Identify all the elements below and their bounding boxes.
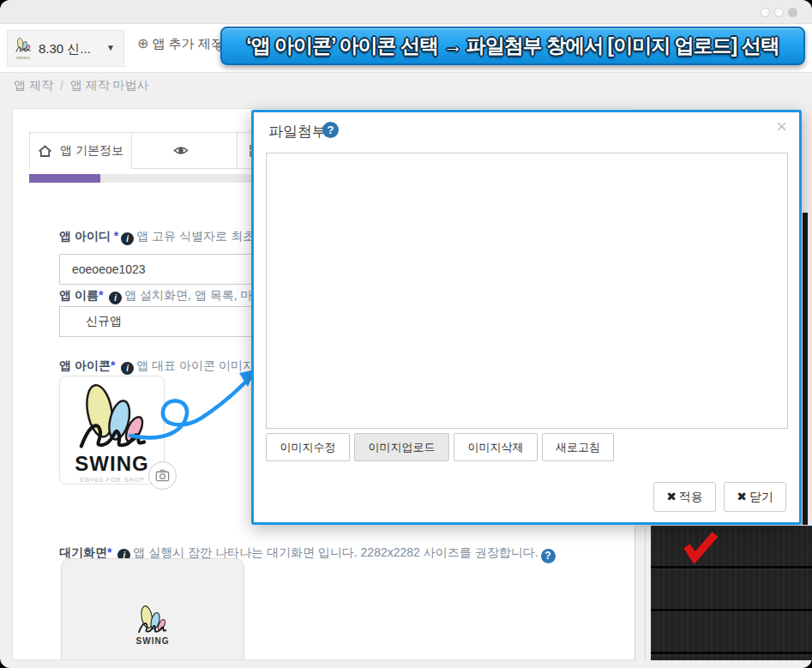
wizard-progress-fill <box>29 174 100 183</box>
breadcrumb-section[interactable]: 앱 제작 <box>14 78 53 93</box>
apply-label: 적용 <box>679 490 703 503</box>
required-asterisk: * <box>99 288 103 302</box>
tab-design-theme[interactable] <box>132 132 238 169</box>
plus-circle-icon: ⊕ <box>137 36 148 51</box>
info-icon: i <box>109 292 122 304</box>
help-icon[interactable]: ? <box>322 122 339 138</box>
camera-icon <box>155 469 170 482</box>
app-id-label: 앱 아이디 *i앱 고유 식별자로 최초 설정 <box>59 229 282 245</box>
add-app-button[interactable]: ⊕앱 추가 제작 <box>137 35 224 52</box>
window-control-dot[interactable] <box>788 8 797 17</box>
annotation-checkmark <box>682 528 719 564</box>
swing-logo-icon: SWING <box>14 37 33 61</box>
required-asterisk: * <box>114 229 118 243</box>
info-icon: i <box>121 232 134 245</box>
window-titlebar <box>0 0 812 24</box>
phone-preview-edge <box>803 213 808 525</box>
file-attach-modal: 파일첨부 ? × 이미지수정 이미지업로드 이미지삭제 새로고침 ✖적용 ✖닫기 <box>251 110 802 525</box>
help-icon[interactable]: ? <box>541 549 556 563</box>
swing-logo-text: SWING <box>14 56 33 60</box>
brand-name: SWING <box>136 636 170 646</box>
modal-title: 파일첨부 <box>268 122 327 141</box>
eye-icon <box>173 144 189 157</box>
required-asterisk: * <box>111 358 115 372</box>
window-control-dot[interactable] <box>774 8 784 17</box>
required-asterisk: * <box>107 545 111 559</box>
app-icon-label-text: 앱 아이콘 <box>59 358 111 372</box>
breadcrumb-separator: / <box>60 79 63 93</box>
x-icon: ✖ <box>666 490 677 503</box>
change-image-button[interactable] <box>148 461 177 490</box>
image-delete-button[interactable]: 이미지삭제 <box>454 433 538 461</box>
splash-label-text: 대기화면 <box>59 545 107 559</box>
close-label: 닫기 <box>749 490 773 503</box>
image-edit-button[interactable]: 이미지수정 <box>266 433 350 461</box>
x-icon: ✖ <box>737 490 747 503</box>
splash-description: 앱 실행시 잠깐 나타나는 대기화면 입니다. 2282x2282 사이즈를 권… <box>133 545 538 559</box>
refresh-button[interactable]: 새로고침 <box>542 433 614 461</box>
apply-button[interactable]: ✖적용 <box>653 482 716 512</box>
app-selector-dropdown[interactable]: SWING 8.30 신... ▼ <box>7 30 124 67</box>
chevron-down-icon: ▼ <box>106 43 115 52</box>
app-id-input[interactable] <box>59 254 279 285</box>
image-upload-button[interactable]: 이미지업로드 <box>354 433 449 461</box>
file-list-area[interactable] <box>266 153 788 429</box>
instruction-banner-text: ‘앱 아이콘’ 아이콘 선택 → 파일첨부 창에서 [이미지 업로드] 선택 <box>246 33 779 59</box>
swing-petals-logo <box>136 604 169 635</box>
add-app-label: 앱 추가 제작 <box>152 36 223 51</box>
annotation-arrow <box>120 360 266 454</box>
modal-close-button[interactable]: ✖닫기 <box>724 482 786 512</box>
wizard-progress-bar <box>29 174 255 183</box>
app-window: SWING 8.30 신... ▼ ⊕앱 추가 제작 ⊕ ‘앱 아이콘’ 아이콘… <box>0 0 812 668</box>
tab-basic-info[interactable]: 앱 기본정보 <box>29 132 132 169</box>
app-name-label-text: 앱 이름 <box>59 288 99 302</box>
instruction-banner: ‘앱 아이콘’ 아이콘 선택 → 파일첨부 창에서 [이미지 업로드] 선택 <box>220 27 805 65</box>
home-icon <box>38 144 52 158</box>
app-name-input[interactable] <box>59 306 279 337</box>
app-id-label-text: 앱 아이디 <box>59 229 111 243</box>
app-selector-label: 8.30 신... <box>39 41 91 57</box>
pane-divider <box>635 526 635 660</box>
splash-logo: SWING <box>136 604 170 646</box>
breadcrumb-page: 앱 제작 마법사 <box>70 78 149 93</box>
tab-basic-info-label: 앱 기본정보 <box>60 143 123 159</box>
splash-preview[interactable]: SWING <box>61 558 244 660</box>
breadcrumb: 앱 제작 / 앱 제작 마법사 <box>14 75 149 96</box>
close-icon[interactable]: × <box>776 116 787 138</box>
phone-preview-wood-background <box>651 526 812 660</box>
window-control-dot[interactable] <box>761 8 770 17</box>
pane-divider <box>645 526 646 660</box>
